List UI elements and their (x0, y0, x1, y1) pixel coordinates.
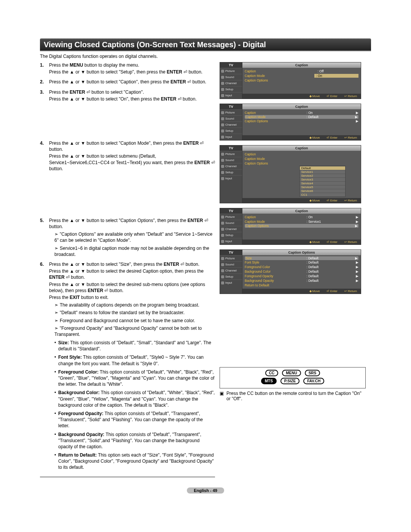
osd-menu-3: TV Picture Sound Channel Setup Input Cap… (220, 145, 361, 203)
arrow-icon: ▶ (355, 265, 358, 269)
text: button to display the menu. (83, 62, 139, 68)
osd-title: Caption Options (242, 250, 361, 255)
enter-label: ENTER (164, 262, 179, 267)
arrow-icon: ▶ (354, 115, 358, 119)
osd-foot-move: Move (309, 94, 320, 98)
osd-value: : Default (306, 270, 347, 273)
sidebar-item-picture: Picture (220, 151, 242, 157)
option-bg-opacity: Background Opacity: This option consists… (54, 431, 215, 450)
arrow-icon: ▶ (355, 279, 358, 283)
osd-label: Caption Options (245, 119, 299, 123)
sidebar-item-input: Input (220, 175, 242, 181)
text: ⏎ button. (103, 288, 123, 293)
osd-value: : On (306, 111, 347, 115)
sidebar-item-sound: Sound (220, 157, 242, 163)
menu-label: MENU (70, 62, 83, 68)
osd-menu-4: TV Picture Sound Channel Setup Input Cap… (220, 208, 361, 245)
option-desc: This option consists of "Default", "Smal… (58, 340, 211, 351)
osd-label: Caption Mode (245, 157, 299, 161)
sidebar-item-picture: Picture (220, 109, 242, 115)
option-font: Font Style: This option consists of "Def… (54, 354, 215, 366)
sidebar-item-sound: Sound (220, 74, 242, 80)
option-title: Size: (58, 340, 69, 345)
remote-cc-button: CC (265, 370, 278, 376)
text: Press the ▲ or ▼ button to select the de… (49, 268, 204, 274)
text: Press the (49, 62, 70, 68)
osd-value: : Default (306, 274, 347, 278)
osd-foot-return: Return (344, 289, 357, 293)
option-title: Font Style: (58, 355, 82, 360)
sidebar-item-input: Input (220, 134, 242, 140)
sidebar-item-setup: Setup (220, 273, 242, 280)
dropdown-item: Service2 (300, 174, 346, 177)
sidebar-item-channel: Channel (220, 226, 242, 232)
sidebar-item-sound: Sound (220, 220, 242, 226)
text: Press the ▲ or ▼ button to select submen… (49, 153, 194, 165)
osd-label: Caption Options (245, 78, 299, 82)
dropdown-list: Default Service1 Service2 Service3 Servi… (299, 166, 346, 197)
page-number: English - 49 (187, 487, 224, 494)
osd-side-header: TV (220, 145, 242, 151)
sidebar-item-sound: Sound (220, 115, 242, 121)
options-list: Size: This option consists of "Default",… (54, 340, 215, 471)
osd-value: : Default (306, 115, 347, 119)
step-6: 6. Press the ▲ or ▼ button to select "Si… (40, 261, 215, 473)
arrow-icon: ▶ (355, 270, 358, 273)
instructions-column: 1. Press the MENU button to display the … (40, 62, 215, 481)
page-footer: English - 49 (40, 488, 371, 493)
osd-label: Caption Mode (245, 74, 299, 78)
osd-foot-move: Move (309, 199, 320, 202)
enter-label: ENTER (170, 79, 186, 85)
osd-foot-enter: Enter (327, 136, 337, 139)
osd-title: Caption (242, 145, 361, 151)
arrow-icon: ▶ (355, 220, 358, 224)
intro-text: The Digital Captions function operates o… (40, 54, 371, 59)
dropdown-item-default: Default (300, 166, 346, 170)
divider (40, 477, 215, 477)
osd-label: Foreground Opacity (245, 274, 299, 278)
dropdown-item: Service1 (300, 170, 346, 174)
remote-menu-button: MENU (282, 370, 301, 376)
option-title: Foreground Color: (58, 369, 99, 375)
option-size: Size: This option consists of "Default",… (54, 340, 215, 352)
step-number: 3. (40, 89, 49, 102)
enter-label: ENTER (188, 218, 203, 223)
dropdown-item: Service4 (300, 181, 346, 185)
sidebar-item-input: Input (220, 280, 242, 286)
dropdown-item: Service6 (300, 189, 346, 193)
remote-favch-button: FAV.CH (303, 378, 324, 384)
option-title: Return to Default: (58, 452, 97, 458)
arrow-icon: ▶ (355, 215, 358, 219)
osd-value: : Default (306, 265, 347, 269)
dropdown-item: Service5 (300, 185, 346, 189)
osd-side-header: TV (220, 62, 242, 68)
osd-foot-return: Return (344, 136, 357, 139)
step-number: 6. (40, 261, 49, 473)
note: "Caption Options" are available only whe… (54, 231, 215, 243)
osd-label: Font Style (245, 260, 299, 264)
option-fg-color: Foreground Color: This option consists o… (54, 369, 215, 388)
exit-label: EXIT (70, 295, 80, 300)
option-bg-color: Background Color: This option consists o… (54, 390, 215, 408)
text: ⏎ button. (179, 262, 199, 267)
enter-label: ENTER (194, 160, 210, 165)
osd-foot-move: Move (309, 240, 320, 244)
arrow-icon: ▶ (355, 260, 358, 264)
osd-value: : Service1 (306, 220, 347, 224)
text: Press the ▲ or ▼ button to select "Setup… (49, 69, 167, 75)
osd-foot-return: Return (344, 199, 357, 202)
osd-title: Caption (242, 208, 361, 214)
sidebar-item-channel: Channel (220, 163, 242, 169)
option-title: Background Color: (58, 390, 100, 395)
option-fg-opacity: Foreground Opacity: This option consists… (54, 411, 215, 429)
page-title: Viewing Closed Captions (On-Screen Text … (40, 38, 371, 51)
osd-label: Caption (245, 111, 299, 115)
osd-side-header: TV (220, 208, 242, 214)
text: ⏎ button. (186, 79, 206, 85)
osd-side-header: TV (220, 104, 242, 109)
step-number: 2. (40, 79, 49, 85)
osd-foot-enter: Enter (327, 94, 337, 98)
step-number: 5. (40, 217, 49, 257)
osd-title: Caption (242, 104, 361, 109)
osd-value: : Default (306, 260, 347, 264)
